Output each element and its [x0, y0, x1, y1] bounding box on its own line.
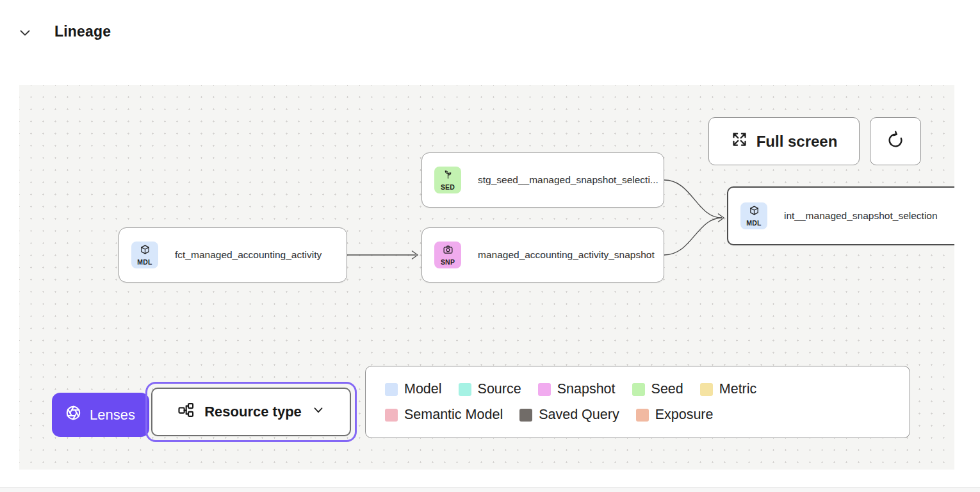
snapshot-color-swatch: [538, 383, 551, 396]
legend-item-metric: Metric: [700, 381, 757, 397]
legend-row-1: Model Source Snapshot Seed Metric: [385, 381, 890, 397]
cube-icon: [749, 205, 760, 218]
snapshot-badge: SNP: [434, 242, 461, 268]
model-badge: MDL: [740, 202, 767, 229]
resource-type-focus-ring: Resource type: [145, 382, 357, 442]
model-color-swatch: [385, 383, 398, 396]
legend-label: Source: [478, 381, 521, 397]
legend-label: Metric: [719, 381, 757, 397]
full-screen-label: Full screen: [756, 133, 838, 151]
lenses-label: Lenses: [90, 407, 135, 423]
maximize-icon: [731, 131, 748, 152]
badge-label: SNP: [441, 258, 455, 266]
hierarchy-icon: [177, 401, 195, 423]
legend-row-2: Semantic Model Saved Query Exposure: [385, 407, 890, 423]
legend-label: Seed: [651, 381, 683, 397]
legend-label: Semantic Model: [404, 407, 503, 423]
legend-label: Exposure: [655, 407, 714, 423]
node-label: managed_accounting_activity_snapshot: [478, 249, 655, 261]
badge-label: SED: [441, 183, 455, 191]
legend-item-snapshot: Snapshot: [538, 381, 616, 397]
legend-item-seed: Seed: [632, 381, 683, 397]
camera-icon: [443, 244, 453, 258]
legend-item-model: Model: [385, 381, 442, 397]
full-screen-button[interactable]: Full screen: [708, 117, 860, 165]
node-label: stg_seed__managed_snapshot_selecti...: [478, 174, 658, 186]
resource-type-label: Resource type: [204, 404, 302, 420]
legend-label: Saved Query: [539, 407, 619, 423]
section-divider: [0, 487, 980, 492]
sprout-icon: [443, 169, 453, 183]
legend-item-exposure: Exposure: [636, 407, 714, 423]
refresh-button[interactable]: [870, 117, 921, 165]
chevron-down-icon[interactable]: [18, 26, 32, 40]
lineage-node-int-managed-snapshot-selection[interactable]: MDL int__managed_snapshot_selection: [727, 186, 954, 245]
model-badge: MDL: [131, 242, 158, 268]
legend-item-saved-query: Saved Query: [519, 407, 619, 423]
lineage-node-stg-seed[interactable]: SED stg_seed__managed_snapshot_selecti..…: [421, 152, 664, 208]
lineage-header: Lineage: [0, 0, 980, 64]
resource-type-legend: Model Source Snapshot Seed Metric: [365, 366, 910, 438]
saved-query-color-swatch: [519, 409, 532, 422]
seed-badge: SED: [434, 167, 461, 193]
legend-label: Model: [404, 381, 442, 397]
node-label: fct_managed_accounting_activity: [175, 249, 322, 261]
lenses-button[interactable]: Lenses: [52, 393, 149, 437]
seed-color-swatch: [632, 383, 645, 396]
page-title: Lineage: [54, 23, 111, 40]
lineage-node-fct-managed-accounting-activity[interactable]: MDL fct_managed_accounting_activity: [118, 227, 347, 283]
exposure-color-swatch: [636, 409, 649, 422]
metric-color-swatch: [700, 383, 713, 396]
legend-item-semantic-model: Semantic Model: [385, 407, 503, 423]
chevron-down-icon: [311, 403, 325, 421]
source-color-swatch: [459, 383, 471, 396]
aperture-icon: [65, 404, 82, 425]
node-label: int__managed_snapshot_selection: [784, 210, 938, 222]
semantic-model-color-swatch: [385, 409, 398, 422]
lineage-node-managed-accounting-activity-snapshot[interactable]: SNP managed_accounting_activity_snapshot: [421, 227, 664, 283]
badge-label: MDL: [137, 258, 152, 266]
resource-type-dropdown[interactable]: Resource type: [151, 388, 351, 436]
lineage-canvas[interactable]: Full screen MDL fct_managed_accounting: [19, 85, 954, 470]
legend-item-source: Source: [459, 381, 521, 397]
lineage-page: Lineage Full screen: [0, 0, 980, 492]
badge-label: MDL: [746, 219, 761, 227]
cube-icon: [140, 244, 151, 258]
refresh-icon: [886, 131, 905, 152]
legend-label: Snapshot: [557, 381, 616, 397]
